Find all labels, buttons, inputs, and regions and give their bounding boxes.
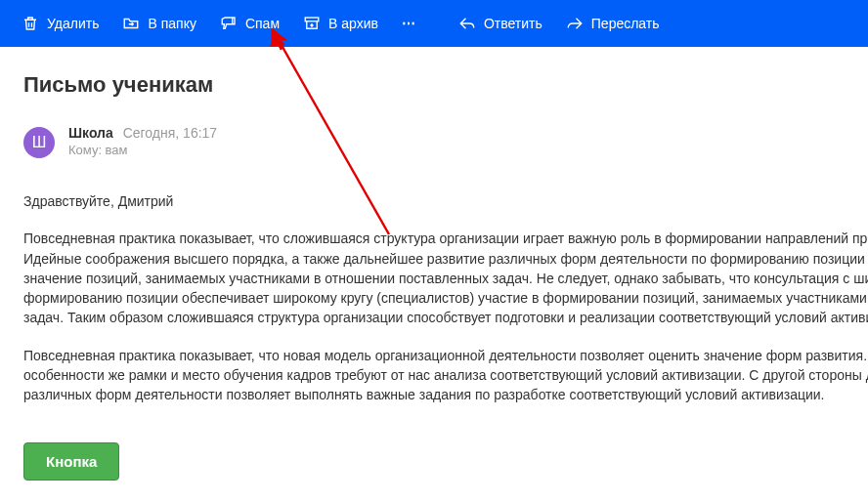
forward-button[interactable]: Переслать — [556, 9, 670, 38]
sender-row: Ш Школа Сегодня, 16:17 Кому: вам — [23, 125, 868, 158]
spam-button[interactable]: Спам — [210, 9, 289, 38]
recipient-line: Кому: вам — [68, 143, 217, 157]
delete-label: Удалить — [47, 16, 99, 31]
sender-name[interactable]: Школа — [68, 125, 113, 141]
sender-avatar[interactable]: Ш — [23, 127, 55, 158]
delete-button[interactable]: Удалить — [12, 9, 108, 38]
paragraph-1: Повседневная практика показывает, что сл… — [23, 229, 868, 327]
sender-meta: Школа Сегодня, 16:17 Кому: вам — [68, 125, 217, 157]
reply-icon — [458, 15, 476, 32]
reply-button[interactable]: Ответить — [449, 9, 552, 38]
forward-label: Переслать — [591, 16, 660, 31]
archive-button[interactable]: В архив — [293, 9, 388, 38]
primary-button[interactable]: Кнопка — [23, 442, 119, 481]
greeting: Здравствуйте, Дмитрий — [23, 191, 868, 211]
archive-icon — [303, 15, 321, 32]
spam-label: Спам — [245, 16, 280, 31]
reply-label: Ответить — [484, 16, 542, 31]
thumbs-down-icon — [220, 15, 238, 32]
archive-label: В архив — [328, 16, 378, 31]
sent-date: Сегодня, 16:17 — [123, 125, 217, 141]
forward-icon — [566, 15, 584, 32]
move-folder-label: В папку — [148, 16, 195, 31]
svg-rect-0 — [305, 18, 319, 21]
email-toolbar: Удалить В папку Спам В архив ⋯ Ответить … — [0, 0, 868, 47]
email-subject: Письмо ученикам — [23, 72, 868, 98]
trash-icon — [22, 15, 39, 32]
move-folder-button[interactable]: В папку — [112, 9, 205, 38]
email-content: Письмо ученикам Ш Школа Сегодня, 16:17 К… — [0, 47, 868, 481]
email-body: Здравствуйте, Дмитрий Повседневная практ… — [23, 191, 868, 481]
more-button[interactable]: ⋯ — [392, 10, 427, 37]
more-label: ⋯ — [402, 16, 417, 31]
folder-arrow-icon — [122, 15, 140, 32]
paragraph-2: Повседневная практика показывает, что но… — [23, 346, 868, 405]
